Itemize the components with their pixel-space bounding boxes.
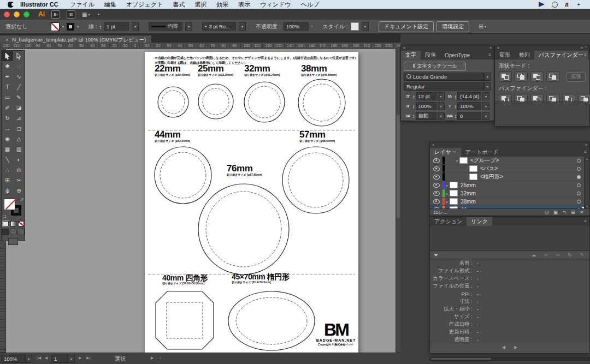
artboard-page[interactable]: ※点線の内側が完成した缶バッジの表面になるため、その中にデザインが収まるようにし…	[145, 52, 358, 353]
canvas-vertical-scrollbar[interactable]	[396, 49, 400, 353]
layer-target-icon[interactable]	[577, 167, 581, 171]
new-sublayer-button[interactable]: ↰	[560, 210, 569, 215]
slice-tool[interactable]: ✂	[13, 175, 25, 186]
creative-cloud-icon[interactable]	[551, 1, 558, 8]
visibility-eye-icon[interactable]	[433, 199, 440, 204]
links-list[interactable]	[430, 226, 589, 251]
none-button[interactable]	[18, 221, 24, 226]
brush-field[interactable]: •3 pt Ro...	[202, 22, 236, 31]
tracking-stepper[interactable]: ▴▾	[455, 114, 457, 118]
menu-item-8[interactable]: ヘルプ	[296, 1, 324, 9]
menu-item-2[interactable]: オブジェクト	[121, 1, 168, 9]
layer-target-icon[interactable]	[577, 200, 581, 204]
a-app-icon[interactable]: a	[565, 1, 569, 8]
rectangle-tool[interactable]: ▭	[2, 92, 13, 103]
layer-thumbnail[interactable]	[450, 182, 458, 188]
update-link-button[interactable]: ↻	[566, 252, 574, 258]
first-artboard-icon[interactable]: |◀	[37, 356, 41, 360]
pencil-tool[interactable]: ✐	[2, 103, 13, 113]
bridge-button[interactable]: Br	[51, 10, 60, 19]
edit-original-button[interactable]: ✎	[578, 252, 586, 258]
layer-row[interactable]: <楕円形>	[430, 173, 589, 181]
link-info-toggle[interactable]	[434, 254, 438, 256]
layer-thumbnail[interactable]	[459, 157, 468, 164]
menu-item-5[interactable]: 効果	[211, 1, 233, 9]
layer-thumbnail[interactable]	[450, 190, 458, 196]
menu-item-6[interactable]: 表示	[233, 1, 255, 9]
tracking-dropdown[interactable]: ▾	[482, 112, 489, 120]
opacity-field[interactable]: 100%	[284, 22, 309, 31]
curvature-tool[interactable]: ∿	[13, 71, 25, 82]
font-size-field[interactable]: 12 pt	[416, 92, 436, 100]
horizontal-scale-dropdown[interactable]: ▾	[482, 102, 489, 110]
layer-thumbnail[interactable]	[469, 174, 477, 180]
menu-item-4[interactable]: 選択	[190, 1, 211, 9]
visibility-eye-icon[interactable]	[433, 175, 440, 180]
layer-expand-icon[interactable]: ▸	[445, 200, 450, 204]
new-layer-button[interactable]: ⊞	[569, 210, 577, 215]
artboard-tool[interactable]: ⊞	[2, 175, 13, 186]
window-minimize-button[interactable]	[14, 11, 20, 17]
artboard-number-field[interactable]: 1	[51, 355, 68, 363]
shape-builder-tool[interactable]: ◉	[2, 134, 13, 144]
menu-item-1[interactable]: 編集	[99, 1, 121, 9]
dock-horizontal-scrollbar[interactable]	[429, 357, 590, 361]
shape-mode-exclude-button[interactable]	[546, 71, 559, 82]
window-close-button[interactable]	[4, 11, 10, 17]
apple-menu-icon[interactable]	[8, 2, 14, 8]
visibility-eye-icon[interactable]	[433, 183, 440, 188]
layer-thumbnail[interactable]	[469, 165, 477, 172]
status-collapse-icon[interactable]: ‹	[160, 356, 161, 360]
vertical-scale-stepper[interactable]: ▴▾	[413, 104, 415, 109]
tab-transform[interactable]: 変形	[495, 51, 515, 59]
perspective-grid-tool[interactable]: △	[13, 134, 25, 144]
menu-item-3[interactable]: 書式	[168, 1, 190, 9]
shape-mode-intersect-button[interactable]	[530, 71, 544, 82]
selection-tool[interactable]	[2, 51, 13, 61]
stock-button[interactable]: St	[67, 10, 75, 19]
share-icon[interactable]	[539, 2, 545, 7]
visibility-eye-icon[interactable]	[433, 191, 440, 196]
draw-normal-button[interactable]	[2, 229, 9, 235]
layer-row[interactable]: <パス>	[430, 165, 589, 173]
fill-dropdown-icon[interactable]: ▾	[62, 25, 64, 28]
go-to-link-button[interactable]: ↪	[554, 252, 562, 258]
zoom-dropdown[interactable]: ▾	[25, 355, 32, 363]
clipping-mask-button[interactable]: ▣	[551, 210, 560, 215]
font-style-field[interactable]: Regular	[404, 82, 484, 91]
font-family-field[interactable]: Lucida Grande	[404, 73, 484, 81]
hand-tool[interactable]: ψ	[2, 186, 13, 196]
tab-actions[interactable]: アクション	[430, 217, 467, 226]
vertical-scale-field[interactable]: 100%	[416, 102, 436, 110]
opacity-panel-arrow[interactable]: ›	[311, 24, 313, 29]
default-fill-stroke-icon[interactable]: ❏	[3, 214, 6, 219]
prev-link-icon[interactable]: ◀	[502, 345, 505, 350]
leading-dropdown[interactable]: ▾	[482, 92, 489, 100]
stroke-weight-stepper[interactable]: ▴▾	[100, 25, 102, 29]
mesh-tool[interactable]: ▦	[2, 144, 13, 154]
layers-scrollbar[interactable]: ▴▾	[584, 157, 589, 208]
swap-fill-stroke-icon[interactable]: ⇄	[20, 198, 23, 202]
accessibility-icon[interactable]: +	[575, 1, 582, 8]
app-menu-title[interactable]: Illustrator CC	[19, 1, 65, 8]
panel-close-icon[interactable]: ×	[497, 45, 499, 50]
magic-wand-tool[interactable]: ✱	[2, 61, 13, 71]
kerning-field[interactable]: 自動	[416, 112, 436, 120]
stroke-color-swatch[interactable]	[67, 23, 74, 31]
layer-row[interactable]: ▾<グループ>	[430, 157, 589, 165]
layer-row[interactable]: ▸25mm	[430, 181, 589, 189]
panel-close-icon[interactable]: ×	[403, 45, 405, 50]
gpu-performance-icon[interactable]: ◔	[96, 11, 99, 17]
direct-selection-tool[interactable]	[13, 51, 25, 61]
gradient-button[interactable]	[10, 221, 16, 226]
kerning-dropdown[interactable]: ▾	[438, 112, 445, 120]
tab-close-icon[interactable]: ×	[5, 37, 8, 43]
relink-button[interactable]: ∞	[542, 252, 550, 258]
brush-dropdown[interactable]: ▾	[239, 22, 246, 31]
tab-character[interactable]: 文字	[401, 51, 421, 59]
paintbrush-tool[interactable]: ✎	[13, 92, 25, 103]
layer-target-icon[interactable]	[577, 159, 581, 163]
panel-menu-icon[interactable]: ≡	[488, 52, 491, 57]
layer-expand-icon[interactable]: ▸	[445, 183, 450, 187]
blend-tool[interactable]: ◐	[13, 154, 25, 165]
